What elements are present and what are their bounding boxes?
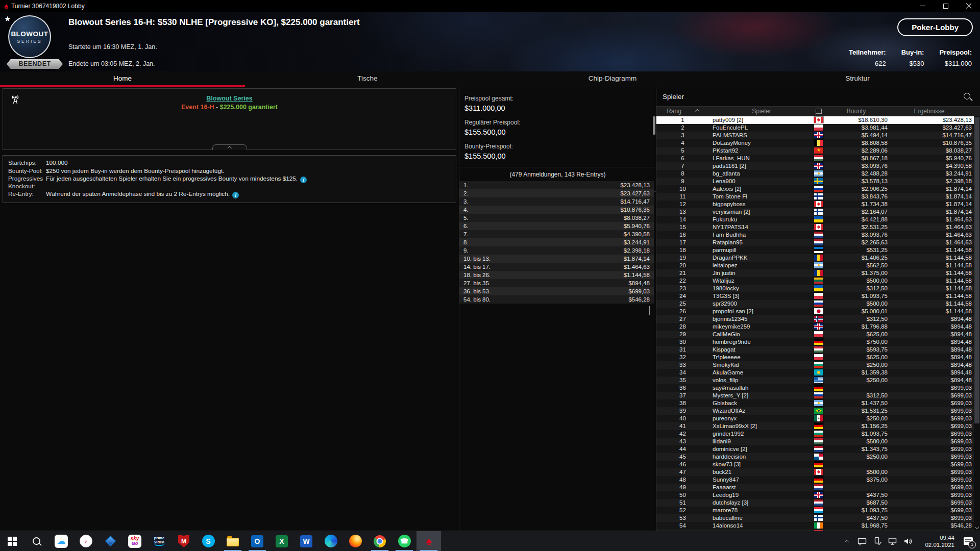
search-icon[interactable] bbox=[963, 92, 973, 102]
player-row[interactable]: 40pureonyx$250,00$699,03 bbox=[656, 415, 974, 422]
player-row[interactable]: 47buck21$500,00$699,03 bbox=[656, 468, 974, 476]
tab-tische[interactable]: Tische bbox=[245, 71, 490, 87]
player-row[interactable]: 53babecallme$437,50$699,03 bbox=[656, 514, 974, 522]
column-header-bounty[interactable]: Bounty bbox=[825, 107, 888, 116]
taskbar-app-sky-go[interactable]: skyGo bbox=[122, 531, 147, 551]
restore-button[interactable] bbox=[934, 0, 957, 12]
player-row[interactable]: 20leitalopez$562,50$1.144,58 bbox=[656, 262, 974, 269]
tab-struktur[interactable]: Struktur bbox=[735, 71, 980, 87]
player-row[interactable]: 8bg_atlanta$2.488,28$3.244,91 bbox=[656, 170, 974, 178]
players-scrollbar-thumb[interactable] bbox=[974, 117, 979, 423]
player-row[interactable]: 31Kispagat$593,75$894,48 bbox=[656, 346, 974, 354]
taskbar-app-excel[interactable]: X bbox=[270, 531, 294, 551]
taskbar-app-chrome[interactable] bbox=[368, 531, 392, 551]
player-row[interactable]: 33SmokyKid$250,00$894,48 bbox=[656, 361, 974, 369]
player-row[interactable]: 11Tom Stone Fl$3.843,76$1.874,14 bbox=[656, 193, 974, 201]
network-icon[interactable] bbox=[885, 531, 900, 551]
taskbar-app-mcafee[interactable]: M bbox=[172, 531, 196, 551]
player-row[interactable]: 35volos_filip$250,00$894,48 bbox=[656, 377, 974, 384]
player-row[interactable]: 16I am Budhha$3.093,76$1.464,63 bbox=[656, 231, 974, 239]
taskbar-app-icloud[interactable]: ☁ bbox=[49, 531, 74, 551]
collapse-panel-handle[interactable] bbox=[212, 144, 247, 150]
tab-chip-diagramm[interactable]: Chip-Diagramm bbox=[490, 71, 735, 87]
volume-icon[interactable] bbox=[900, 531, 916, 551]
notification-center-button[interactable]: 1 bbox=[957, 531, 980, 551]
favorite-star-icon[interactable]: ★ bbox=[4, 14, 11, 23]
taskbar-app-edge[interactable] bbox=[318, 531, 343, 551]
taskbar-app-whatsapp[interactable]: ☎ bbox=[392, 531, 416, 551]
series-link[interactable]: Blowout Series bbox=[206, 95, 252, 102]
player-row[interactable]: 9Lena900$3.578,13$2.398,18 bbox=[656, 178, 974, 185]
player-row[interactable]: 46skow73 [3]$699,03 bbox=[656, 461, 974, 468]
player-row[interactable]: 22Witalijuz$500,00$1.144,58 bbox=[656, 277, 974, 285]
player-row[interactable]: 19DraganPPKK$1.406,25$1.144,58 bbox=[656, 254, 974, 262]
player-row[interactable]: 26propofol-san [2]$5.000,01$1.144,58 bbox=[656, 308, 974, 315]
poker-lobby-button[interactable]: Poker-Lobby bbox=[897, 18, 973, 36]
players-scrollbar[interactable] bbox=[974, 116, 980, 531]
player-row[interactable]: 4DoEasyMoney$8.808,58$10.876,35 bbox=[656, 139, 974, 147]
player-row[interactable]: 39WizardOffAz$1.531,25$699,03 bbox=[656, 407, 974, 415]
player-row[interactable]: 41XxLimao99xX [2]$1.156,25$699,03 bbox=[656, 422, 974, 430]
hidden-icons-chevron[interactable] bbox=[839, 531, 854, 551]
player-row[interactable]: 51dutchslayz [3]$687,50$699,03 bbox=[656, 499, 974, 507]
close-button[interactable] bbox=[957, 0, 980, 12]
info-icon[interactable]: i bbox=[300, 177, 307, 183]
taskbar-app-itunes[interactable]: ♪ bbox=[74, 531, 98, 551]
taskbar-app-gem-app[interactable] bbox=[98, 531, 122, 551]
taskbar-app-outlook[interactable]: O bbox=[245, 531, 270, 551]
payout-collapse-handle[interactable] bbox=[649, 307, 650, 316]
taskbar-app-windows-start[interactable] bbox=[0, 531, 24, 551]
player-row[interactable]: 28mikeymike259$1.796,88$894,48 bbox=[656, 323, 974, 331]
player-row[interactable]: 27bjonnis12345$312,50$894,48 bbox=[656, 315, 974, 323]
taskbar-app-firefox[interactable] bbox=[343, 531, 368, 551]
column-header-results[interactable]: Ergebnisse bbox=[888, 107, 971, 116]
player-row[interactable]: 37Mysters_Y [2]$312,50$699,03 bbox=[656, 392, 974, 399]
player-row[interactable]: 25spr32900$500,00$1.144,58 bbox=[656, 300, 974, 308]
taskbar-app-prime-video[interactable]: primevideo bbox=[147, 531, 172, 551]
player-row[interactable]: 10Aalexxs [2]$2.906,25$1.874,14 bbox=[656, 185, 974, 193]
player-row[interactable]: 36say#masallah$699,03 bbox=[656, 384, 974, 392]
player-row[interactable]: 15NY17PATS14$2.531,25$1.464,63 bbox=[656, 223, 974, 231]
info-icon[interactable]: i bbox=[232, 192, 239, 198]
player-row[interactable]: 5PKstart92$2.289,06$8.038,27 bbox=[656, 147, 974, 155]
player-row[interactable]: 18parmupill$531,25$1.144,58 bbox=[656, 246, 974, 254]
player-row[interactable]: 7pads1161 [2]$3.093,76$4.390,58 bbox=[656, 162, 974, 170]
player-row[interactable]: 14Fukuruku$4.421,88$1.464,63 bbox=[656, 216, 974, 223]
prize-scrollbar-thumb[interactable] bbox=[653, 116, 655, 135]
player-row[interactable]: 44dominicve [2]$1.343,75$699,03 bbox=[656, 445, 974, 453]
player-row[interactable]: 5414alonso14$1.968,75$546,28 bbox=[656, 522, 974, 530]
tab-home[interactable]: Home bbox=[0, 71, 245, 87]
player-row[interactable]: 42grinder1992$1.093,75$699,03 bbox=[656, 430, 974, 438]
cast-icon[interactable] bbox=[854, 531, 870, 551]
player-row[interactable]: 32Tr!pleeeee$625,00$894,48 bbox=[656, 354, 974, 361]
taskbar-app-pokerstars[interactable]: ♠ bbox=[416, 531, 441, 551]
player-row[interactable]: 38Gbisback$1.437,50$699,03 bbox=[656, 399, 974, 407]
player-row[interactable]: 13veryiisiman [2]$2.164,07$1.874,14 bbox=[656, 208, 974, 216]
player-row[interactable]: 43lildani9$500,00$699,03 bbox=[656, 438, 974, 445]
player-row[interactable]: 6I.Farkas_HUN$8.867,18$5.940,76 bbox=[656, 155, 974, 162]
taskbar-app-word[interactable]: W bbox=[294, 531, 318, 551]
player-row[interactable]: 50Leedog19$437,50$699,03 bbox=[656, 491, 974, 499]
player-row[interactable]: 231980locky$312,50$1.144,58 bbox=[656, 285, 974, 292]
player-row[interactable]: 2FouEnculePL$3.981,44$23.427,63 bbox=[656, 124, 974, 132]
player-row[interactable]: 17Rataplan95$2.265,63$1.464,63 bbox=[656, 239, 974, 246]
player-row[interactable]: 52marore78$1.093,75$699,03 bbox=[656, 507, 974, 514]
player-row[interactable]: 1patty009 [2]$18.610,30$23.428,13 bbox=[656, 116, 974, 124]
column-header-player[interactable]: Spieler bbox=[709, 107, 814, 116]
player-row[interactable]: 24T3G3S [3]$1.093,75$1.144,58 bbox=[656, 292, 974, 300]
column-header-rank[interactable]: Rang bbox=[656, 107, 709, 116]
taskbar-clock[interactable]: 09:44 02.01.2021 bbox=[916, 534, 957, 548]
player-row[interactable]: 45harddecision$250,00$699,03 bbox=[656, 453, 974, 461]
player-row[interactable]: 48Sunny847$375,00$699,03 bbox=[656, 476, 974, 484]
taskbar-app-file-explorer[interactable] bbox=[220, 531, 245, 551]
player-row[interactable]: 21Jin justin$1.375,00$1.144,58 bbox=[656, 269, 974, 277]
column-header-flag[interactable] bbox=[813, 107, 825, 116]
player-row[interactable]: 34AkulaGame$1.359,38$894,48 bbox=[656, 369, 974, 377]
player-row[interactable]: 29CallMeGio$625,00$894,48 bbox=[656, 331, 974, 338]
taskbar-app-skype[interactable]: S bbox=[196, 531, 220, 551]
player-row[interactable]: 49Faaaarst$699,03 bbox=[656, 484, 974, 491]
player-row[interactable]: 30hombregr9nde$750,00$894,48 bbox=[656, 338, 974, 346]
usb-icon[interactable] bbox=[870, 531, 885, 551]
taskbar-app-taskbar-search[interactable] bbox=[24, 531, 49, 551]
player-row[interactable]: 12bigpapyboss$1.734,38$1.874,14 bbox=[656, 201, 974, 208]
